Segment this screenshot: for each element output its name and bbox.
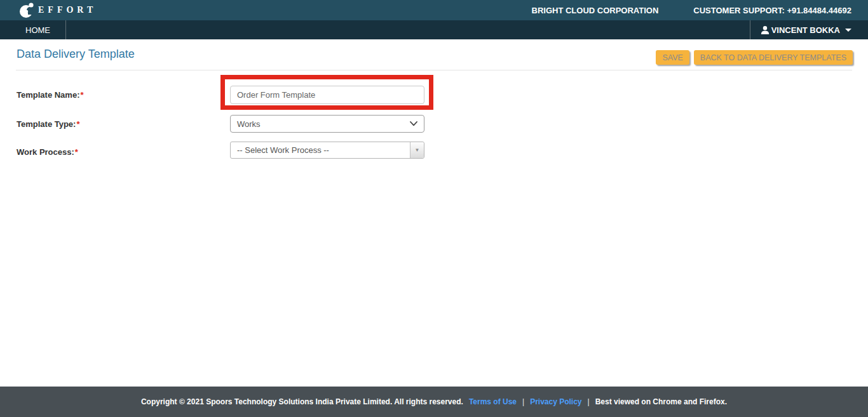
- chevron-down-icon: [410, 121, 417, 126]
- required-asterisk: *: [75, 147, 78, 157]
- combo-dropdown-button[interactable]: ▼: [410, 142, 424, 158]
- logo-text: EFFORT: [38, 5, 97, 15]
- template-type-label: Template Type:*: [17, 119, 80, 129]
- required-asterisk: *: [76, 119, 79, 129]
- nav-divider: [65, 20, 66, 39]
- work-process-combo[interactable]: -- Select Work Process -- ▼: [230, 142, 424, 159]
- best-viewed-text: Best viewed on Chrome and Firefox.: [595, 397, 727, 406]
- page-title: Data Delivery Template: [17, 48, 135, 61]
- company-name: BRIGHT CLOUD CORPORATION: [532, 6, 659, 15]
- chevron-down-icon: [845, 29, 851, 32]
- top-header: EFFORT BRIGHT CLOUD CORPORATION CUSTOMER…: [0, 0, 868, 20]
- privacy-policy-link[interactable]: Privacy Policy: [530, 397, 581, 406]
- required-asterisk: *: [80, 90, 83, 100]
- nav-home[interactable]: HOME: [0, 20, 65, 39]
- section-divider: [16, 70, 852, 70]
- app-logo: EFFORT: [19, 1, 97, 19]
- effort-logo-icon: [19, 1, 36, 19]
- nav-bar: HOME VINCENT BOKKA: [0, 20, 868, 39]
- user-icon: [761, 25, 770, 35]
- user-name: VINCENT BOKKA: [771, 25, 840, 35]
- save-button[interactable]: SAVE: [656, 50, 689, 65]
- user-menu[interactable]: VINCENT BOKKA: [750, 20, 868, 39]
- terms-of-use-link[interactable]: Terms of Use: [469, 397, 517, 406]
- template-type-select[interactable]: Works: [230, 115, 424, 133]
- page-footer: Copyright © 2021 Spoors Technology Solut…: [0, 387, 868, 417]
- template-name-input[interactable]: [230, 86, 424, 104]
- template-name-label: Template Name:*: [17, 90, 84, 100]
- copyright-text: Copyright © 2021 Spoors Technology Solut…: [141, 397, 463, 406]
- customer-support-text: CUSTOMER SUPPORT: +91.84484.44692: [693, 6, 851, 15]
- triangle-down-icon: ▼: [415, 147, 420, 153]
- work-process-label: Work Process:*: [17, 147, 78, 157]
- back-to-templates-button[interactable]: BACK TO DATA DELIVERY TEMPLATES: [694, 50, 853, 65]
